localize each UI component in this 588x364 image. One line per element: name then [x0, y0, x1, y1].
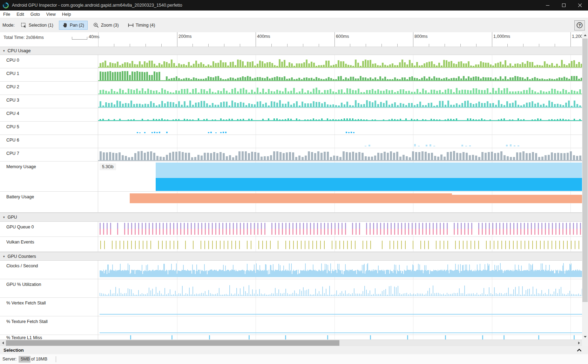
server-label: Server:	[2, 357, 16, 362]
track-row-vertex-stall: % Vertex Fetch Stall	[0, 298, 588, 316]
selection-panel-expand-button[interactable]	[577, 349, 582, 352]
memory-value-label: 5.3Gb	[100, 163, 116, 170]
track-plot-cpu5[interactable]	[98, 122, 588, 135]
selection-icon	[21, 23, 27, 28]
scroll-down-arrow[interactable]	[582, 334, 588, 340]
svg-text:?: ?	[579, 23, 581, 27]
ruler-minor-tick	[539, 44, 539, 47]
ruler-minor-tick	[271, 44, 272, 47]
scroll-up-arrow[interactable]	[582, 32, 588, 38]
track-plot-cpu1[interactable]	[98, 68, 588, 81]
track-label-texture-stall: % Texture Fetch Stall	[0, 316, 98, 335]
ruler-major-tick	[334, 32, 335, 47]
track-plot-cpu7[interactable]	[98, 148, 588, 161]
help-icon: ?	[576, 22, 583, 28]
ruler-minor-tick	[161, 44, 162, 47]
track-plot-vulkan[interactable]	[98, 237, 588, 252]
track-plot-cpu2[interactable]	[98, 82, 588, 95]
track-plot-vertex-stall[interactable]	[98, 298, 588, 316]
selection-mode-label: Selection (1)	[29, 23, 53, 28]
track-label-battery: Battery Usage	[0, 192, 98, 212]
minimize-button[interactable]	[540, 0, 556, 11]
track-plot-clocks[interactable]	[98, 261, 588, 279]
track-plot-cpu6[interactable]	[98, 135, 588, 148]
track-row-cpu7: CPU 7	[0, 148, 588, 162]
track-plot-gpu-util[interactable]	[98, 279, 588, 297]
ruler-minor-tick	[114, 44, 114, 47]
ruler-major-tick	[413, 32, 413, 47]
maximize-icon	[562, 4, 566, 7]
track-plot-memory[interactable]	[98, 162, 588, 191]
menu-help[interactable]: Help	[59, 11, 74, 18]
track-label-cpu0: CPU 0	[0, 55, 98, 68]
vertical-scrollbar[interactable]	[582, 32, 588, 340]
help-button[interactable]: ?	[574, 20, 585, 30]
ruler-minor-tick	[192, 44, 193, 47]
track-plot-l1-miss[interactable]	[98, 335, 588, 339]
track-label-l1-miss: % Texture L1 Miss	[0, 335, 98, 339]
app-icon	[3, 2, 9, 8]
scale-label: 40ms	[89, 34, 100, 39]
track-plot-cpu0[interactable]	[98, 55, 588, 68]
track-row-cpu3: CPU 3	[0, 95, 588, 108]
track-row-vulkan: Vulkan Events	[0, 237, 588, 252]
group-header-gpu-header[interactable]: ▾GPU	[0, 213, 588, 222]
ruler-minor-tick	[146, 44, 146, 47]
track-row-texture-stall: % Texture Fetch Stall	[0, 316, 588, 335]
track-label-clocks: Clocks / Second	[0, 261, 98, 279]
track-label-cpu5: CPU 5	[0, 122, 98, 135]
track-row-memory: Memory Usage5.3Gb	[0, 162, 588, 192]
track-row-cpu0: CPU 0	[0, 55, 588, 68]
menu-goto[interactable]: Goto	[27, 11, 43, 18]
ruler-minor-tick	[303, 44, 303, 47]
selection-panel-header: Selection	[0, 346, 588, 355]
track-label-cpu2: CPU 2	[0, 82, 98, 95]
group-header-gpu-counters-header[interactable]: ▾GPU Counters	[0, 252, 588, 261]
track-plot-gpu-queue[interactable]	[98, 222, 588, 236]
track-label-cpu6: CPU 6	[0, 135, 98, 148]
group-header-label: GPU Counters	[8, 254, 36, 259]
ruler-minor-tick	[507, 44, 508, 47]
hand-icon	[62, 22, 68, 28]
maximize-button[interactable]	[556, 0, 572, 11]
timeline-ruler[interactable]: Total Time: 2s084ms 40ms 200ms400ms600ms…	[0, 32, 588, 47]
total-time-label: Total Time: 2s084ms	[4, 35, 44, 40]
vertical-scrollbar-thumb[interactable]	[582, 39, 588, 302]
ruler-minor-tick	[445, 44, 445, 47]
horizontal-scrollbar-thumb[interactable]	[6, 340, 339, 346]
track-label-vertex-stall: % Vertex Fetch Stall	[0, 298, 98, 316]
track-row-clocks: Clocks / Second	[0, 261, 588, 279]
track-plot-battery[interactable]	[98, 192, 588, 212]
ruler-minor-tick	[208, 44, 209, 47]
pan-mode-button[interactable]: Pan (2)	[59, 21, 88, 30]
track-plot-cpu4[interactable]	[98, 108, 588, 121]
horizontal-scrollbar[interactable]	[0, 340, 582, 346]
track-plot-cpu3[interactable]	[98, 95, 588, 108]
track-label-memory: Memory Usage	[0, 162, 98, 191]
menu-view[interactable]: View	[43, 11, 59, 18]
close-icon	[578, 4, 582, 7]
selection-panel-title: Selection	[4, 348, 24, 353]
status-separator	[56, 356, 56, 362]
magnifier-icon	[93, 22, 99, 28]
menu-file[interactable]: File	[0, 11, 13, 18]
scroll-right-arrow[interactable]	[576, 340, 582, 346]
ruler-minor-tick	[350, 44, 350, 47]
track-plot-texture-stall[interactable]	[98, 316, 588, 335]
ruler-separator	[98, 32, 99, 47]
ruler-tick-label: 1,000ms	[493, 34, 510, 39]
zoom-mode-button[interactable]: Zoom (3)	[90, 21, 122, 30]
ruler-minor-tick	[366, 44, 366, 47]
timing-icon	[128, 23, 134, 28]
timing-mode-button[interactable]: Timing (4)	[124, 21, 159, 29]
track-row-cpu6: CPU 6	[0, 135, 588, 148]
group-header-cpu-usage-header[interactable]: ▾CPU Usage	[0, 47, 588, 55]
close-button[interactable]	[572, 0, 588, 11]
ruler-minor-tick	[381, 44, 382, 47]
selection-mode-button[interactable]: Selection (1)	[18, 21, 57, 30]
menu-edit[interactable]: Edit	[13, 11, 27, 18]
title-bar: Android GPU Inspector - com.google.andro…	[0, 0, 588, 11]
scroll-left-arrow[interactable]	[0, 340, 6, 346]
track-row-cpu1: CPU 1	[0, 68, 588, 82]
ruler-tick-label: 600ms	[336, 34, 349, 39]
